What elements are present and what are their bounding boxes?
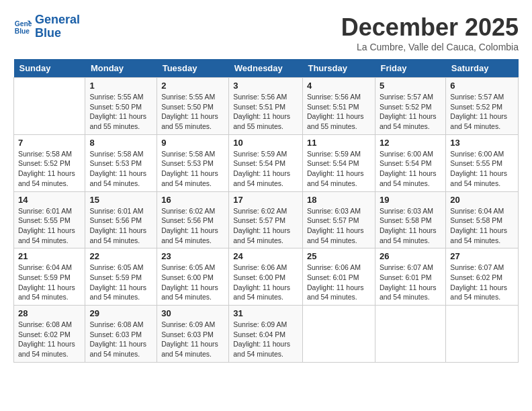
calendar-week-5: 28Sunrise: 6:08 AM Sunset: 6:02 PM Dayli… bbox=[14, 306, 519, 363]
day-info: Sunrise: 6:04 AM Sunset: 5:59 PM Dayligh… bbox=[18, 263, 81, 302]
day-info: Sunrise: 6:00 AM Sunset: 5:54 PM Dayligh… bbox=[380, 149, 441, 189]
calendar-cell: 14Sunrise: 6:01 AM Sunset: 5:55 PM Dayli… bbox=[14, 191, 85, 248]
day-header-tuesday: Tuesday bbox=[157, 59, 229, 78]
day-info: Sunrise: 5:57 AM Sunset: 5:52 PM Dayligh… bbox=[380, 92, 441, 132]
location-subtitle: La Cumbre, Valle del Cauca, Colombia bbox=[341, 42, 519, 52]
day-header-wednesday: Wednesday bbox=[229, 59, 303, 78]
day-number: 16 bbox=[161, 195, 224, 205]
day-header-saturday: Saturday bbox=[446, 59, 519, 78]
calendar-header-row: SundayMondayTuesdayWednesdayThursdayFrid… bbox=[14, 59, 519, 78]
calendar-cell: 15Sunrise: 6:01 AM Sunset: 5:56 PM Dayli… bbox=[85, 191, 157, 248]
calendar-cell: 18Sunrise: 6:03 AM Sunset: 5:57 PM Dayli… bbox=[302, 191, 375, 248]
day-info: Sunrise: 6:00 AM Sunset: 5:55 PM Dayligh… bbox=[450, 149, 514, 189]
calendar-week-3: 14Sunrise: 6:01 AM Sunset: 5:55 PM Dayli… bbox=[14, 191, 519, 248]
calendar-cell: 7Sunrise: 5:58 AM Sunset: 5:52 PM Daylig… bbox=[14, 134, 85, 191]
calendar-cell: 1Sunrise: 5:55 AM Sunset: 5:50 PM Daylig… bbox=[85, 78, 157, 135]
calendar-table: SundayMondayTuesdayWednesdayThursdayFrid… bbox=[13, 59, 519, 363]
calendar-week-1: 1Sunrise: 5:55 AM Sunset: 5:50 PM Daylig… bbox=[14, 78, 519, 135]
day-info: Sunrise: 5:57 AM Sunset: 5:52 PM Dayligh… bbox=[450, 92, 514, 132]
day-number: 10 bbox=[233, 138, 298, 148]
day-number: 12 bbox=[380, 138, 441, 148]
day-info: Sunrise: 5:59 AM Sunset: 5:54 PM Dayligh… bbox=[233, 149, 298, 189]
day-info: Sunrise: 6:06 AM Sunset: 6:00 PM Dayligh… bbox=[233, 263, 298, 302]
calendar-cell: 9Sunrise: 5:58 AM Sunset: 5:53 PM Daylig… bbox=[157, 134, 229, 191]
day-number: 3 bbox=[233, 81, 298, 91]
calendar-cell: 23Sunrise: 6:05 AM Sunset: 6:00 PM Dayli… bbox=[157, 248, 229, 306]
day-info: Sunrise: 6:09 AM Sunset: 6:03 PM Dayligh… bbox=[161, 320, 224, 359]
day-number: 22 bbox=[89, 251, 152, 261]
day-header-monday: Monday bbox=[85, 59, 157, 78]
calendar-cell bbox=[302, 306, 375, 363]
day-info: Sunrise: 6:04 AM Sunset: 5:58 PM Dayligh… bbox=[450, 206, 514, 246]
calendar-cell: 19Sunrise: 6:03 AM Sunset: 5:58 PM Dayli… bbox=[375, 191, 445, 248]
day-info: Sunrise: 6:02 AM Sunset: 5:56 PM Dayligh… bbox=[161, 206, 224, 246]
day-number: 31 bbox=[233, 308, 298, 318]
day-info: Sunrise: 5:56 AM Sunset: 5:51 PM Dayligh… bbox=[307, 92, 371, 132]
calendar-cell: 11Sunrise: 5:59 AM Sunset: 5:54 PM Dayli… bbox=[302, 134, 375, 191]
day-number: 27 bbox=[450, 251, 514, 261]
day-info: Sunrise: 6:02 AM Sunset: 5:57 PM Dayligh… bbox=[233, 206, 298, 246]
day-number: 13 bbox=[450, 138, 514, 148]
day-number: 25 bbox=[307, 251, 371, 261]
calendar-cell: 30Sunrise: 6:09 AM Sunset: 6:03 PM Dayli… bbox=[157, 306, 229, 363]
day-info: Sunrise: 6:07 AM Sunset: 6:01 PM Dayligh… bbox=[380, 263, 441, 302]
day-number: 7 bbox=[18, 138, 81, 148]
day-info: Sunrise: 5:56 AM Sunset: 5:51 PM Dayligh… bbox=[233, 92, 298, 132]
day-number: 18 bbox=[307, 195, 371, 205]
day-number: 17 bbox=[233, 195, 298, 205]
calendar-cell: 6Sunrise: 5:57 AM Sunset: 5:52 PM Daylig… bbox=[446, 78, 519, 135]
day-number: 2 bbox=[161, 81, 224, 91]
day-number: 20 bbox=[450, 195, 514, 205]
day-info: Sunrise: 6:06 AM Sunset: 6:01 PM Dayligh… bbox=[307, 263, 371, 302]
day-info: Sunrise: 6:08 AM Sunset: 6:02 PM Dayligh… bbox=[18, 320, 81, 359]
day-info: Sunrise: 6:01 AM Sunset: 5:56 PM Dayligh… bbox=[89, 206, 152, 246]
day-info: Sunrise: 6:01 AM Sunset: 5:55 PM Dayligh… bbox=[18, 206, 81, 246]
calendar-cell bbox=[375, 306, 445, 363]
calendar-cell: 13Sunrise: 6:00 AM Sunset: 5:55 PM Dayli… bbox=[446, 134, 519, 191]
day-number: 8 bbox=[89, 138, 152, 148]
calendar-cell bbox=[446, 306, 519, 363]
calendar-week-2: 7Sunrise: 5:58 AM Sunset: 5:52 PM Daylig… bbox=[14, 134, 519, 191]
calendar-cell: 2Sunrise: 5:55 AM Sunset: 5:50 PM Daylig… bbox=[157, 78, 229, 135]
svg-text:Blue: Blue bbox=[15, 28, 30, 35]
calendar-cell: 16Sunrise: 6:02 AM Sunset: 5:56 PM Dayli… bbox=[157, 191, 229, 248]
day-info: Sunrise: 6:05 AM Sunset: 6:00 PM Dayligh… bbox=[161, 263, 224, 302]
calendar-cell bbox=[14, 78, 85, 135]
calendar-cell: 26Sunrise: 6:07 AM Sunset: 6:01 PM Dayli… bbox=[375, 248, 445, 306]
calendar-cell: 27Sunrise: 6:07 AM Sunset: 6:02 PM Dayli… bbox=[446, 248, 519, 306]
day-header-friday: Friday bbox=[375, 59, 445, 78]
calendar-cell: 8Sunrise: 5:58 AM Sunset: 5:53 PM Daylig… bbox=[85, 134, 157, 191]
logo-text: General Blue bbox=[35, 13, 80, 40]
day-number: 4 bbox=[307, 81, 371, 91]
day-number: 24 bbox=[233, 251, 298, 261]
calendar-cell: 24Sunrise: 6:06 AM Sunset: 6:00 PM Dayli… bbox=[229, 248, 303, 306]
day-info: Sunrise: 6:03 AM Sunset: 5:57 PM Dayligh… bbox=[307, 206, 371, 246]
day-info: Sunrise: 5:58 AM Sunset: 5:53 PM Dayligh… bbox=[89, 149, 152, 189]
calendar-cell: 4Sunrise: 5:56 AM Sunset: 5:51 PM Daylig… bbox=[302, 78, 375, 135]
day-info: Sunrise: 5:58 AM Sunset: 5:53 PM Dayligh… bbox=[161, 149, 224, 189]
day-header-thursday: Thursday bbox=[302, 59, 375, 78]
day-info: Sunrise: 5:55 AM Sunset: 5:50 PM Dayligh… bbox=[161, 92, 224, 132]
day-info: Sunrise: 6:07 AM Sunset: 6:02 PM Dayligh… bbox=[450, 263, 514, 302]
day-number: 9 bbox=[161, 138, 224, 148]
day-number: 19 bbox=[380, 195, 441, 205]
day-number: 11 bbox=[307, 138, 371, 148]
day-info: Sunrise: 5:59 AM Sunset: 5:54 PM Dayligh… bbox=[307, 149, 371, 189]
title-block: December 2025 La Cumbre, Valle del Cauca… bbox=[341, 13, 519, 52]
day-header-sunday: Sunday bbox=[14, 59, 85, 78]
day-info: Sunrise: 5:55 AM Sunset: 5:50 PM Dayligh… bbox=[89, 92, 152, 132]
day-number: 15 bbox=[89, 195, 152, 205]
day-info: Sunrise: 6:05 AM Sunset: 5:59 PM Dayligh… bbox=[89, 263, 152, 302]
logo-icon: General Blue bbox=[13, 17, 32, 36]
day-number: 26 bbox=[380, 251, 441, 261]
calendar-cell: 31Sunrise: 6:09 AM Sunset: 6:04 PM Dayli… bbox=[229, 306, 303, 363]
calendar-cell: 12Sunrise: 6:00 AM Sunset: 5:54 PM Dayli… bbox=[375, 134, 445, 191]
day-info: Sunrise: 6:03 AM Sunset: 5:58 PM Dayligh… bbox=[380, 206, 441, 246]
calendar-cell: 21Sunrise: 6:04 AM Sunset: 5:59 PM Dayli… bbox=[14, 248, 85, 306]
calendar-cell: 28Sunrise: 6:08 AM Sunset: 6:02 PM Dayli… bbox=[14, 306, 85, 363]
calendar-cell: 25Sunrise: 6:06 AM Sunset: 6:01 PM Dayli… bbox=[302, 248, 375, 306]
day-info: Sunrise: 5:58 AM Sunset: 5:52 PM Dayligh… bbox=[18, 149, 81, 189]
day-number: 14 bbox=[18, 195, 81, 205]
calendar-cell: 5Sunrise: 5:57 AM Sunset: 5:52 PM Daylig… bbox=[375, 78, 445, 135]
day-info: Sunrise: 6:09 AM Sunset: 6:04 PM Dayligh… bbox=[233, 320, 298, 359]
